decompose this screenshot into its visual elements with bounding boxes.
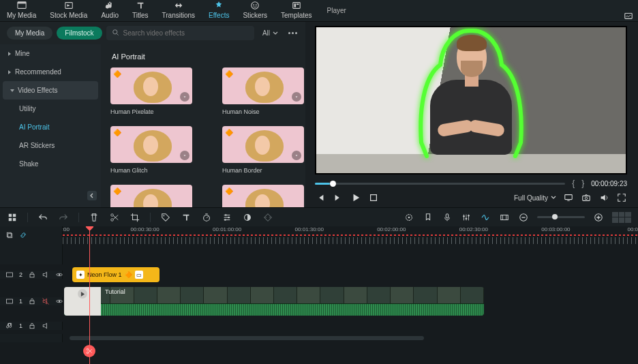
filter-all[interactable]: All bbox=[258, 29, 282, 37]
keyframe-button[interactable] bbox=[262, 212, 273, 223]
effect-item[interactable]: 🔶Human Border bbox=[222, 126, 304, 174]
snapshot-gallery-icon[interactable] bbox=[623, 10, 634, 21]
voiceover-button[interactable] bbox=[442, 212, 453, 223]
sidebar-item-recommended[interactable]: Recommended bbox=[0, 63, 101, 81]
undo-button[interactable] bbox=[37, 212, 48, 223]
tag-button[interactable] bbox=[160, 212, 171, 223]
gem-icon: 🔶 bbox=[125, 271, 132, 278]
scrollbar-thumb[interactable] bbox=[70, 336, 424, 340]
zoom-in-button[interactable] bbox=[593, 212, 604, 223]
search-field[interactable] bbox=[106, 26, 254, 40]
auto-beat-button[interactable] bbox=[480, 212, 491, 223]
source-filmstock[interactable]: Filmstock bbox=[57, 27, 102, 40]
collapse-sidebar[interactable] bbox=[87, 191, 97, 200]
split-button[interactable] bbox=[109, 212, 120, 223]
video-clip-thumb[interactable] bbox=[64, 287, 101, 316]
tab-audio[interactable]: Audio bbox=[94, 0, 125, 21]
time-ruler[interactable]: 00:0000:00:30:0000:01:00:0000:01:30:0000… bbox=[63, 226, 638, 244]
speed-button[interactable] bbox=[201, 212, 212, 223]
mute-icon[interactable] bbox=[42, 271, 50, 279]
tab-templates[interactable]: Templates bbox=[274, 0, 319, 21]
svg-point-25 bbox=[224, 219, 226, 221]
progress-track[interactable] bbox=[315, 183, 565, 185]
mute-icon[interactable] bbox=[42, 322, 50, 330]
progress-knob[interactable] bbox=[330, 181, 336, 187]
mark-in[interactable]: { bbox=[572, 179, 575, 188]
audio-track-body[interactable] bbox=[63, 318, 638, 334]
download-icon[interactable] bbox=[292, 151, 301, 160]
svg-point-5 bbox=[256, 4, 257, 5]
play-button[interactable] bbox=[350, 192, 361, 203]
svg-point-28 bbox=[408, 216, 410, 218]
video-track-body[interactable]: Tutorial bbox=[63, 285, 638, 318]
delete-button[interactable] bbox=[89, 212, 100, 223]
render-button[interactable] bbox=[404, 212, 414, 223]
playhead[interactable] bbox=[89, 226, 90, 364]
sidebar-item-ar-stickers[interactable]: AR Stickers bbox=[0, 136, 101, 155]
effect-item[interactable]: 🔶 bbox=[222, 185, 304, 207]
tab-stock-media[interactable]: Stock Media bbox=[43, 0, 94, 21]
lock-icon[interactable] bbox=[28, 322, 36, 330]
zoom-knob[interactable] bbox=[552, 214, 558, 219]
fullscreen-button[interactable] bbox=[616, 192, 627, 203]
stop-button[interactable] bbox=[368, 192, 379, 203]
svg-point-46 bbox=[87, 352, 89, 354]
volume-button[interactable] bbox=[598, 192, 609, 203]
tab-titles[interactable]: Titles bbox=[125, 0, 155, 21]
preview-viewport[interactable] bbox=[315, 26, 627, 175]
layout-button[interactable] bbox=[7, 212, 18, 223]
effect-item[interactable]: 🔶Human Glitch bbox=[110, 126, 192, 174]
source-my-media[interactable]: My Media bbox=[7, 27, 52, 40]
sidebar-item-mine[interactable]: Mine bbox=[0, 44, 101, 63]
crop-dropdown[interactable] bbox=[130, 212, 140, 223]
effect-item[interactable]: 🔶Human Pixelate bbox=[110, 67, 192, 115]
redo-button[interactable] bbox=[58, 212, 69, 223]
video-clip[interactable] bbox=[64, 287, 484, 316]
fx-track-body[interactable]: ✦ Neon Flow 1 🔶 ▭ bbox=[63, 264, 638, 285]
tab-my-media[interactable]: My Media bbox=[0, 0, 43, 21]
track-size-button[interactable] bbox=[499, 212, 510, 223]
copy-track-icon[interactable] bbox=[5, 231, 14, 239]
tab-stickers[interactable]: Stickers bbox=[236, 0, 274, 21]
download-icon[interactable] bbox=[292, 92, 301, 102]
mute-off-icon[interactable] bbox=[42, 297, 50, 305]
effect-item[interactable]: 🔶Human Noise bbox=[222, 67, 304, 115]
timeline: 00:0000:00:30:0000:01:00:0000:01:30:0000… bbox=[0, 226, 638, 364]
more-menu[interactable] bbox=[286, 27, 299, 40]
prev-frame-button[interactable] bbox=[315, 192, 326, 203]
zoom-fit-button[interactable] bbox=[612, 212, 631, 223]
lock-icon[interactable] bbox=[28, 297, 36, 305]
sidebar-item-shake[interactable]: Shake bbox=[0, 155, 101, 173]
marker-button[interactable] bbox=[423, 212, 434, 223]
timeline-scrollbar[interactable] bbox=[63, 334, 638, 342]
effect-item[interactable]: 🔶 bbox=[110, 185, 192, 207]
svg-point-14 bbox=[585, 197, 588, 200]
track-id: 1 bbox=[19, 322, 22, 329]
download-icon[interactable] bbox=[180, 151, 189, 160]
download-icon[interactable] bbox=[180, 92, 189, 102]
lock-icon[interactable] bbox=[28, 271, 36, 279]
quality-select[interactable]: Full Quality bbox=[514, 194, 556, 202]
snapshot-button[interactable] bbox=[581, 192, 592, 203]
tab-transitions[interactable]: Transitions bbox=[155, 0, 202, 21]
display-button[interactable] bbox=[563, 192, 574, 203]
mark-out[interactable]: } bbox=[581, 179, 584, 188]
zoom-out-button[interactable] bbox=[518, 212, 529, 223]
adjust-button[interactable] bbox=[222, 212, 232, 223]
tab-effects[interactable]: Effects bbox=[202, 0, 236, 21]
text-button[interactable] bbox=[181, 212, 192, 223]
sidebar-item-utility[interactable]: Utility bbox=[0, 100, 101, 118]
zoom-slider[interactable] bbox=[537, 216, 585, 218]
cut-marker[interactable] bbox=[83, 345, 95, 357]
next-frame-button[interactable] bbox=[333, 192, 344, 203]
color-button[interactable] bbox=[242, 212, 253, 223]
fx-clip[interactable]: ✦ Neon Flow 1 🔶 ▭ bbox=[72, 267, 160, 282]
search-input[interactable] bbox=[123, 29, 249, 37]
mixer-button[interactable] bbox=[461, 212, 472, 223]
ruler-time: 00:01:30:00 bbox=[295, 226, 324, 232]
svg-point-23 bbox=[225, 214, 227, 216]
ruler-time: 00:01:00:00 bbox=[213, 226, 241, 232]
sidebar-item-ai-portrait[interactable]: AI Portrait bbox=[0, 118, 101, 136]
link-icon[interactable] bbox=[19, 231, 27, 239]
sidebar-item-video-effects[interactable]: Video Effects bbox=[3, 81, 98, 100]
